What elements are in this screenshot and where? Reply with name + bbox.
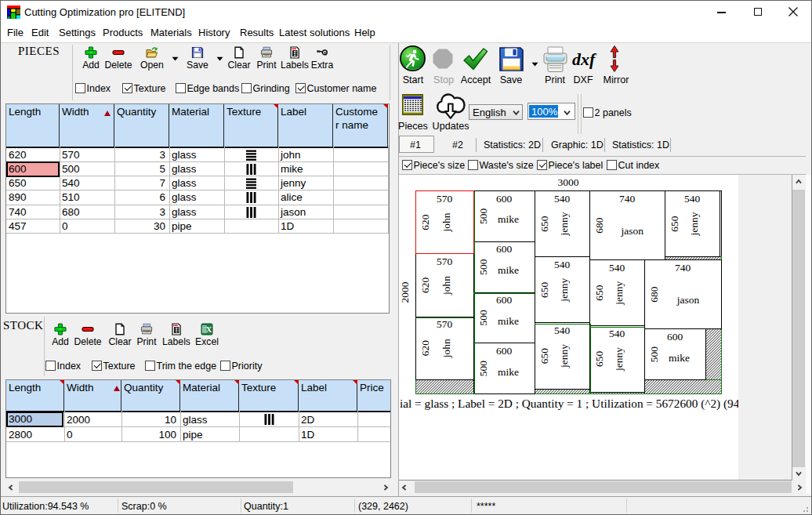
svg-text:mike: mike	[498, 366, 519, 378]
svg-text:680: 680	[648, 286, 660, 303]
svg-text:570: 570	[437, 318, 453, 330]
svg-text:620: 620	[419, 214, 431, 230]
svg-text:540: 540	[609, 262, 625, 274]
svg-text:650: 650	[538, 281, 550, 298]
svg-text:jenny: jenny	[558, 344, 570, 368]
svg-text:650: 650	[593, 351, 605, 368]
svg-text:680: 680	[593, 217, 605, 234]
svg-text:jason: jason	[676, 294, 700, 306]
svg-text:3000: 3000	[558, 176, 579, 188]
svg-text:740: 740	[675, 262, 691, 274]
svg-text:jenny: jenny	[613, 347, 625, 372]
svg-text:600: 600	[496, 294, 513, 306]
svg-text:X: X	[206, 325, 212, 334]
svg-text:mike: mike	[498, 264, 519, 276]
svg-text:john: john	[441, 212, 453, 232]
svg-text:mike: mike	[498, 213, 519, 225]
svg-text:620: 620	[419, 277, 431, 294]
svg-text:540: 540	[609, 328, 625, 339]
svg-text:600: 600	[496, 345, 513, 357]
svg-text:650: 650	[538, 216, 550, 232]
svg-text:600: 600	[496, 243, 513, 255]
svg-text:650: 650	[669, 216, 680, 232]
svg-text:620: 620	[419, 340, 431, 357]
svg-text:500: 500	[477, 259, 489, 275]
svg-text:jason: jason	[620, 225, 643, 237]
svg-text:570: 570	[437, 193, 453, 205]
svg-text:600: 600	[496, 193, 513, 205]
svg-text:500: 500	[477, 209, 489, 225]
svg-text:mike: mike	[669, 352, 690, 364]
svg-text:john: john	[441, 339, 453, 358]
svg-text:500: 500	[648, 346, 660, 363]
svg-text:540: 540	[684, 193, 701, 205]
svg-text:john: john	[441, 276, 453, 296]
svg-text:740: 740	[619, 193, 636, 205]
svg-text:mike: mike	[498, 315, 519, 327]
svg-text:540: 540	[554, 193, 571, 205]
svg-text:jenny: jenny	[613, 281, 625, 305]
svg-text:540: 540	[554, 259, 571, 270]
svg-text:500: 500	[477, 361, 489, 377]
svg-text:600: 600	[667, 331, 683, 343]
svg-text:2000: 2000	[399, 281, 411, 303]
svg-text:jenny: jenny	[558, 278, 570, 303]
svg-text:ial = glass ; Label = 2D ; Qua: ial = glass ; Label = 2D ; Quantity = 1 …	[400, 397, 738, 411]
svg-text:540: 540	[554, 325, 571, 336]
svg-text:650: 650	[538, 348, 550, 364]
svg-text:jenny: jenny	[688, 212, 700, 236]
svg-text:650: 650	[593, 285, 605, 301]
svg-text:jenny: jenny	[558, 212, 570, 236]
svg-text:570: 570	[437, 256, 453, 267]
svg-text:500: 500	[477, 310, 489, 326]
